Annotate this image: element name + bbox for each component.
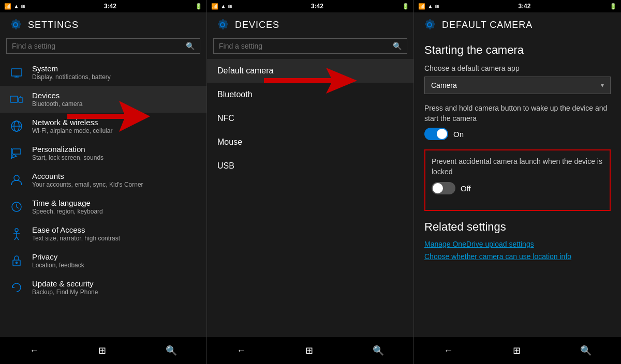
toggle-on-row: On (424, 128, 611, 140)
svg-rect-3 (10, 96, 18, 102)
list-item-nfc[interactable]: NFC (207, 107, 413, 130)
nav-item-devices[interactable]: Devices Bluetooth, camera (0, 86, 206, 113)
devices-search[interactable]: 🔍 (213, 38, 407, 54)
system-text: System Display, notifications, battery (32, 64, 111, 81)
list-item-default-camera[interactable]: Default camera (207, 59, 413, 83)
list-item-mouse[interactable]: Mouse (207, 130, 413, 154)
nav-item-network[interactable]: Network & wireless Wi-Fi, airplane mode,… (0, 113, 206, 140)
press-hold-label: Press and hold camera button to wake up … (424, 103, 611, 124)
search-button-3[interactable]: 🔍 (572, 341, 600, 360)
svg-point-13 (15, 229, 18, 232)
bottom-bar-1: ← ⊞ 🔍 (0, 337, 206, 364)
panel-settings: 📶 ▲ ≋ 3:42 🔋 SETTINGS 🔍 (0, 0, 207, 364)
svg-point-11 (14, 175, 19, 180)
network-text: Network & wireless Wi-Fi, airplane mode,… (32, 118, 112, 134)
devices-search-input[interactable] (219, 42, 393, 50)
svg-point-19 (16, 262, 18, 264)
toggle-on-label: On (453, 130, 464, 139)
back-button-2[interactable]: ← (228, 341, 254, 360)
list-item-bluetooth[interactable]: Bluetooth (207, 83, 413, 107)
prevent-label: Prevent accidental camera launch when th… (432, 157, 603, 177)
personalization-icon (8, 145, 25, 161)
panel-devices: 📶 ▲ ≋ 3:42 🔋 DEVICES 🔍 (207, 0, 414, 364)
prevent-toggle[interactable] (432, 182, 455, 194)
time-text: Time & language Speech, region, keyboard (32, 199, 103, 215)
devices-header: DEVICES (207, 12, 413, 35)
battery-icon: 🔋 (195, 3, 202, 10)
panel-default-camera: 📶 ▲ ≋ 3:42 🔋 DEFAULT CAMERA Starting the… (414, 0, 621, 364)
settings-header: SETTINGS (0, 12, 206, 35)
system-icon (8, 64, 25, 81)
status-icons-2: 📶 ▲ ≋ (211, 3, 232, 10)
update-secondary: Backup, Find My Phone (32, 289, 98, 296)
list-item-usb[interactable]: USB (207, 154, 413, 178)
accounts-primary: Accounts (32, 172, 143, 180)
accounts-secondary: Your accounts, email, sync, Kid's Corner (32, 181, 143, 188)
time-primary: Time & language (32, 199, 103, 207)
back-button-3[interactable]: ← (436, 341, 462, 360)
time-2: 3:42 (311, 3, 323, 10)
wifi-icon: ▲ ≋ (13, 3, 25, 10)
home-button-3[interactable]: ⊞ (505, 341, 529, 360)
privacy-secondary: Location, feedback (32, 262, 84, 269)
settings-gear-icon (8, 18, 23, 32)
update-primary: Update & security (32, 279, 98, 288)
camera-dropdown[interactable]: Camera ▾ (424, 77, 611, 94)
accounts-text: Accounts Your accounts, email, sync, Kid… (32, 172, 143, 188)
related-settings-title: Related settings (424, 220, 611, 234)
network-icon (8, 118, 25, 134)
devices-primary: Devices (32, 91, 82, 100)
accounts-icon (8, 172, 25, 188)
toggle-knob-off (433, 183, 443, 193)
devices-title: DEVICES (235, 20, 279, 31)
settings-nav-list: System Display, notifications, battery D… (0, 59, 206, 337)
easeofaccess-secondary: Text size, narrator, high contrast (32, 235, 120, 242)
easeofaccess-primary: Ease of Access (32, 225, 120, 234)
signal-icon-3: 📶 (418, 3, 425, 10)
nav-item-personalization[interactable]: Personalization Start, lock screen, soun… (0, 140, 206, 166)
press-hold-toggle[interactable] (424, 128, 448, 140)
network-primary: Network & wireless (32, 118, 112, 127)
battery-3: 🔋 (610, 3, 617, 10)
toggle-off-label: Off (461, 184, 471, 193)
home-button-1[interactable]: ⊞ (90, 341, 114, 360)
home-button-2[interactable]: ⊞ (297, 341, 321, 360)
settings-search-input[interactable] (12, 42, 186, 50)
privacy-primary: Privacy (32, 252, 84, 261)
svg-line-16 (14, 237, 17, 240)
settings-search-icon: 🔍 (186, 42, 195, 50)
nav-item-privacy[interactable]: Privacy Location, feedback (0, 247, 206, 274)
personalization-text: Personalization Start, lock screen, soun… (32, 145, 103, 161)
devices-secondary: Bluetooth, camera (32, 100, 82, 108)
personalization-primary: Personalization (32, 145, 103, 154)
devices-gear-icon (215, 18, 230, 32)
starting-camera-title: Starting the camera (424, 43, 611, 57)
related-link-location[interactable]: Choose whether camera can use location i… (424, 252, 611, 261)
system-primary: System (32, 64, 111, 73)
back-button-1[interactable]: ← (21, 341, 47, 360)
system-secondary: Display, notifications, battery (32, 73, 111, 81)
camera-gear-icon (422, 18, 437, 32)
camera-title: DEFAULT CAMERA (442, 20, 533, 31)
camera-header: DEFAULT CAMERA (414, 12, 621, 35)
search-button-2[interactable]: 🔍 (364, 341, 392, 360)
svg-line-17 (17, 237, 19, 240)
settings-search[interactable]: 🔍 (6, 38, 200, 54)
nav-item-update[interactable]: Update & security Backup, Find My Phone (0, 274, 206, 301)
devices-icon (8, 91, 25, 108)
time-icon (8, 199, 25, 215)
nav-item-system[interactable]: System Display, notifications, battery (0, 59, 206, 86)
privacy-text: Privacy Location, feedback (32, 252, 84, 269)
nav-item-easeofaccess[interactable]: Ease of Access Text size, narrator, high… (0, 220, 206, 247)
network-secondary: Wi-Fi, airplane mode, cellular (32, 127, 112, 134)
easeofaccess-text: Ease of Access Text size, narrator, high… (32, 225, 120, 242)
status-bar-1: 📶 ▲ ≋ 3:42 🔋 (0, 0, 206, 12)
nav-item-time[interactable]: Time & language Speech, region, keyboard (0, 193, 206, 220)
svg-rect-0 (11, 69, 22, 76)
search-button-1[interactable]: 🔍 (157, 341, 185, 360)
personalization-secondary: Start, lock screen, sounds (32, 154, 103, 161)
related-link-onedrive[interactable]: Manage OneDrive upload settings (424, 240, 611, 248)
nav-item-accounts[interactable]: Accounts Your accounts, email, sync, Kid… (0, 166, 206, 193)
easeofaccess-icon (8, 225, 25, 242)
toggle-knob-on (437, 129, 447, 139)
